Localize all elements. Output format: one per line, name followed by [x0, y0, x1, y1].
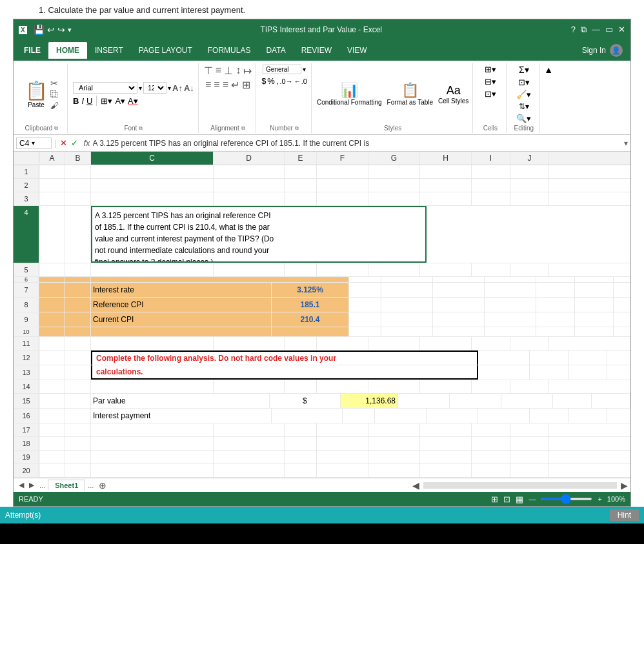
zoom-in-icon[interactable]: +	[598, 495, 601, 503]
align-top-icon[interactable]: ⊤	[204, 65, 213, 77]
cell-e11[interactable]	[285, 337, 317, 350]
copy-icon[interactable]: ⿻	[50, 90, 59, 99]
sheet-tab-ellipsis[interactable]: ...	[85, 482, 96, 489]
cell-a10[interactable]	[39, 327, 65, 336]
cell-a14[interactable]	[39, 380, 65, 393]
col-header-a[interactable]: A	[39, 152, 65, 165]
format-as-table-button[interactable]: 📋 Format as Table	[387, 82, 434, 106]
cell-j17[interactable]	[510, 423, 549, 436]
cell-a19[interactable]	[39, 451, 65, 463]
cell-e2[interactable]	[285, 179, 317, 192]
sheet-tab-sheet1[interactable]: Sheet1	[48, 480, 85, 491]
cell-g2[interactable]	[368, 179, 420, 192]
cell-h7[interactable]	[485, 283, 536, 297]
cell-c6[interactable]	[91, 277, 349, 282]
cell-j13[interactable]	[569, 365, 607, 380]
cell-i1[interactable]	[472, 165, 510, 178]
col-header-b[interactable]: B	[65, 152, 91, 165]
clear-icon[interactable]: 🧹▾	[516, 90, 531, 99]
cell-e14[interactable]	[285, 380, 317, 393]
add-sheet-button[interactable]: ⊕	[99, 480, 106, 491]
cell-c14[interactable]	[91, 380, 214, 393]
cell-e8[interactable]	[349, 298, 381, 312]
undo-icon[interactable]: ↩	[47, 25, 55, 35]
cell-i13[interactable]	[530, 365, 569, 380]
cell-b4[interactable]	[65, 206, 91, 263]
cell-f19[interactable]	[317, 451, 368, 463]
cell-g20[interactable]	[368, 464, 420, 477]
cell-g6[interactable]	[433, 277, 485, 282]
cell-h12[interactable]	[478, 351, 530, 365]
cell-b2[interactable]	[65, 179, 91, 192]
wrap-text-icon[interactable]: ↵	[231, 79, 239, 91]
font-expand-icon[interactable]: ⧉	[139, 125, 143, 132]
cell-f11[interactable]	[317, 337, 368, 350]
number-expand-icon[interactable]: ⧉	[295, 125, 299, 132]
cell-i5[interactable]	[472, 263, 510, 276]
cell-h10[interactable]	[485, 327, 536, 336]
cell-a5[interactable]	[39, 263, 65, 276]
text-direction-icon[interactable]: ↕	[236, 65, 241, 77]
cell-d2[interactable]	[214, 179, 285, 192]
cell-b17[interactable]	[65, 423, 91, 436]
cell-e9[interactable]	[349, 312, 381, 327]
cell-j18[interactable]	[510, 437, 549, 450]
align-right-icon[interactable]: ≡	[223, 79, 228, 91]
col-header-i[interactable]: I	[472, 152, 510, 165]
cell-c19[interactable]	[91, 451, 214, 463]
cell-e18[interactable]	[285, 437, 317, 450]
tab-review[interactable]: REVIEW	[294, 42, 339, 59]
restore-icon[interactable]: ⧉	[581, 25, 587, 35]
horizontal-scrollbar[interactable]: ◀ ▶	[412, 480, 628, 491]
cell-b1[interactable]	[65, 165, 91, 178]
sheet-prev-icon[interactable]: ◀	[16, 481, 26, 489]
cell-g14[interactable]	[368, 380, 420, 393]
cell-b8[interactable]	[65, 298, 91, 312]
decrease-decimal-icon[interactable]: ←.0	[294, 77, 307, 85]
cell-b15[interactable]	[65, 394, 91, 408]
cell-d7[interactable]: 3.125%	[272, 283, 349, 297]
cell-g11[interactable]	[368, 337, 420, 350]
cell-c1[interactable]	[91, 165, 214, 178]
cell-d14[interactable]	[214, 380, 285, 393]
cell-i10[interactable]	[536, 327, 575, 336]
font-grow-icon[interactable]: A↑	[172, 83, 183, 93]
font-name-selector[interactable]: Arial	[73, 82, 137, 94]
cell-g18[interactable]	[368, 437, 420, 450]
cell-d9[interactable]: 210.4	[272, 312, 349, 327]
cell-j20[interactable]	[510, 464, 549, 477]
cell-e1[interactable]	[285, 165, 317, 178]
delete-cells-icon[interactable]: ⊟▾	[485, 77, 496, 86]
cell-j12[interactable]	[569, 351, 607, 365]
cell-e3[interactable]	[285, 192, 317, 205]
cell-i20[interactable]	[472, 464, 510, 477]
comma-icon[interactable]: ,	[276, 76, 279, 86]
cell-d15[interactable]: $	[270, 394, 341, 408]
cell-f10[interactable]	[381, 327, 433, 336]
cell-c18[interactable]	[91, 437, 214, 450]
ribbon-collapse-icon[interactable]: ▲	[544, 65, 553, 75]
cell-f14[interactable]	[317, 380, 368, 393]
cell-j9[interactable]	[575, 312, 614, 327]
save-icon[interactable]: 💾	[34, 25, 45, 35]
cell-f3[interactable]	[317, 192, 368, 205]
currency-icon[interactable]: $	[261, 76, 266, 86]
cell-d20[interactable]	[214, 464, 285, 477]
formula-expand-icon[interactable]: ▾	[624, 139, 628, 148]
cell-h15[interactable]	[501, 394, 553, 408]
cell-styles-button[interactable]: Aa Cell Styles	[438, 84, 468, 105]
cell-b19[interactable]	[65, 451, 91, 463]
cell-f1[interactable]	[317, 165, 368, 178]
cell-g9[interactable]	[433, 312, 485, 327]
cell-i18[interactable]	[472, 437, 510, 450]
cell-h16[interactable]	[478, 409, 530, 423]
cell-e7[interactable]	[349, 283, 381, 297]
align-bottom-icon[interactable]: ⊥	[224, 65, 233, 77]
cell-b14[interactable]	[65, 380, 91, 393]
cell-b7[interactable]	[65, 283, 91, 297]
cell-d5[interactable]	[214, 263, 285, 276]
tab-home[interactable]: HOME	[48, 42, 87, 59]
cell-c17[interactable]	[91, 423, 214, 436]
autosum-icon[interactable]: Σ▾	[519, 65, 529, 75]
cell-h9[interactable]	[485, 312, 536, 327]
